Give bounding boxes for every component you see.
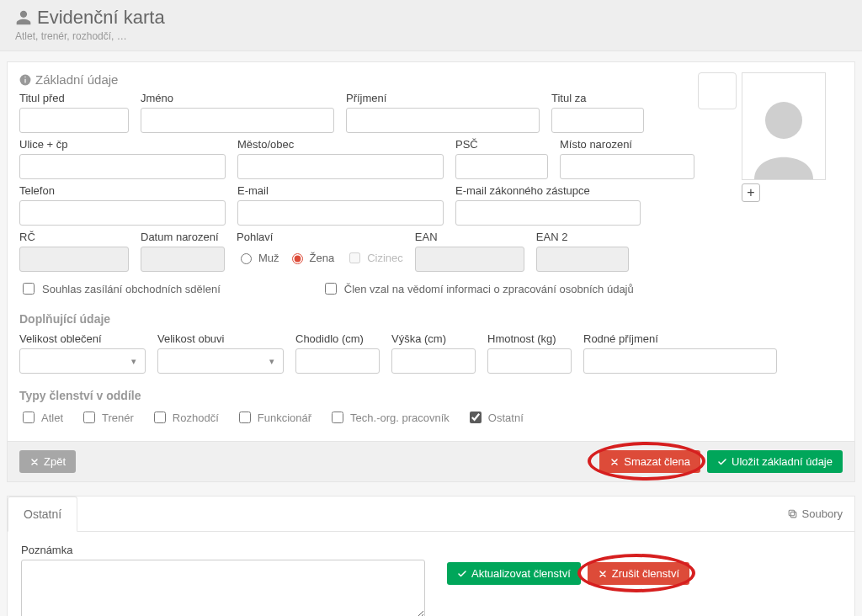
membership-panel: Ostatní Soubory Poznámka Aktualizovat čl… <box>7 496 855 616</box>
check-icon <box>717 457 727 467</box>
delete-member-button[interactable]: Smazat člena <box>599 450 700 473</box>
label-rodne-prijmeni: Rodné příjmení <box>583 332 777 345</box>
checkbox-atlet[interactable] <box>23 412 35 423</box>
label-spacer <box>346 231 403 243</box>
label-poznamka: Poznámka <box>21 544 425 556</box>
info-icon <box>19 74 31 86</box>
type-techorg[interactable]: Tech.-org. pracovník <box>328 409 450 426</box>
type-trener[interactable]: Trenér <box>80 409 134 426</box>
input-rc[interactable] <box>19 247 129 272</box>
type-funkcionar[interactable]: Funkcionář <box>236 409 311 426</box>
label-souhlas: Souhlas zasílání obchodních sdělení <box>42 283 221 295</box>
label-titul-pred: Titul před <box>19 92 129 104</box>
page-subtitle: Atlet, trenér, rozhodčí, … <box>15 30 847 42</box>
label-chodidlo: Chodidlo (cm) <box>295 332 380 345</box>
textarea-poznamka[interactable] <box>21 560 425 616</box>
label-vyska: Výška (cm) <box>391 332 476 345</box>
input-email[interactable] <box>237 200 444 226</box>
cancel-membership-button[interactable]: Zrušit členství <box>588 562 689 585</box>
type-rozhodci[interactable]: Rozhodčí <box>151 409 219 426</box>
input-psc[interactable] <box>455 154 548 179</box>
radio-muz[interactable] <box>241 253 252 264</box>
label-ulice: Ulice + čp <box>19 138 226 151</box>
input-rodne-prijmeni[interactable] <box>583 348 777 374</box>
add-photo-button[interactable]: + <box>742 183 760 202</box>
checkbox-clen-vzal[interactable] <box>325 283 337 295</box>
copy-icon <box>787 508 798 519</box>
type-ostatni[interactable]: Ostatní <box>466 409 524 426</box>
checkbox-funkcionar[interactable] <box>239 412 251 423</box>
input-hmotnost[interactable] <box>487 348 572 374</box>
page-title: Evidenční karta <box>15 7 847 29</box>
label-ean: EAN <box>415 231 524 243</box>
label-telefon: Telefon <box>19 184 226 197</box>
input-vyska[interactable] <box>391 348 476 374</box>
label-datum-nar: Datum narození <box>141 231 225 243</box>
label-email: E-mail <box>237 184 444 197</box>
svg-point-0 <box>765 102 802 139</box>
input-ean[interactable] <box>415 247 524 272</box>
label-titul-za: Titul za <box>551 92 644 104</box>
radio-muz-label[interactable]: Muž <box>237 251 279 264</box>
checkbox-techorg[interactable] <box>332 412 343 423</box>
close-icon <box>598 569 608 579</box>
input-prijmeni[interactable] <box>346 108 540 133</box>
select-velikost-obuv[interactable] <box>157 348 284 374</box>
label-clen-vzal: Člen vzal na vědomí informaci o zpracová… <box>344 283 634 295</box>
check-icon <box>457 569 467 579</box>
input-titul-za[interactable] <box>551 108 644 133</box>
photo-placeholder <box>742 72 826 180</box>
plus-icon: + <box>747 185 754 200</box>
label-ean2: EAN 2 <box>536 231 629 243</box>
photo-column: + <box>742 72 843 202</box>
checkbox-trener[interactable] <box>83 412 95 423</box>
input-datum-nar[interactable] <box>141 247 225 272</box>
radio-zena-label[interactable]: Žena <box>288 251 335 264</box>
label-pohlavi: Pohlaví <box>237 231 334 243</box>
label-misto-nar: Místo narození <box>560 138 694 151</box>
subhead-typy: Typy členství v oddíle <box>19 389 843 402</box>
label-email-zz: E-mail zákonného zástupce <box>455 184 641 197</box>
label-rc: RČ <box>19 231 129 243</box>
svg-rect-2 <box>24 78 25 82</box>
label-velikost-obl: Velikost oblečení <box>19 332 146 345</box>
label-psc: PSČ <box>455 138 548 151</box>
input-titul-pred[interactable] <box>19 108 129 133</box>
aux-box <box>698 72 737 109</box>
input-misto-nar[interactable] <box>560 154 694 179</box>
label-velikost-obuv: Velikost obuvi <box>157 332 284 345</box>
input-email-zz[interactable] <box>455 200 641 226</box>
select-velikost-obl[interactable] <box>19 348 146 374</box>
radio-zena[interactable] <box>292 253 303 264</box>
checkbox-clen-vzal-wrap[interactable]: Člen vzal na vědomí informaci o zpracová… <box>322 280 634 297</box>
input-mesto[interactable] <box>237 154 444 179</box>
input-telefon[interactable] <box>19 200 226 226</box>
avatar-placeholder-icon <box>746 87 822 179</box>
back-button[interactable]: Zpět <box>19 450 76 473</box>
page-header: Evidenční karta Atlet, trenér, rozhodčí,… <box>0 0 862 51</box>
checkbox-cizinec-label[interactable]: Cizinec <box>346 250 403 266</box>
checkbox-souhlas[interactable] <box>23 283 35 295</box>
checkbox-souhlas-wrap[interactable]: Souhlas zasílání obchodních sdělení <box>19 280 221 297</box>
label-hmotnost: Hmotnost (kg) <box>487 332 572 345</box>
save-button[interactable]: Uložit základní údaje <box>707 450 843 473</box>
label-jmeno: Jméno <box>141 92 334 104</box>
svg-rect-3 <box>24 76 25 77</box>
checkbox-rozhodci[interactable] <box>154 412 166 423</box>
update-membership-button[interactable]: Aktualizovat členství <box>447 562 581 585</box>
close-icon <box>29 457 40 467</box>
checkbox-cizinec <box>349 252 360 263</box>
subhead-doplnujici: Doplňující údaje <box>19 312 843 326</box>
input-chodidlo[interactable] <box>295 348 380 374</box>
svg-rect-5 <box>789 510 795 516</box>
type-atlet[interactable]: Atlet <box>19 409 63 426</box>
files-link[interactable]: Soubory <box>775 497 854 531</box>
input-jmeno[interactable] <box>141 108 334 133</box>
input-ulice[interactable] <box>19 154 226 179</box>
tab-ostatni[interactable]: Ostatní <box>8 497 77 532</box>
label-prijmeni: Příjmení <box>346 92 540 104</box>
input-ean2[interactable] <box>536 247 629 272</box>
close-icon <box>609 457 620 467</box>
basic-info-panel: + Základní údaje Titul před Jméno Příjme… <box>7 61 855 482</box>
checkbox-ostatni[interactable] <box>470 412 482 423</box>
